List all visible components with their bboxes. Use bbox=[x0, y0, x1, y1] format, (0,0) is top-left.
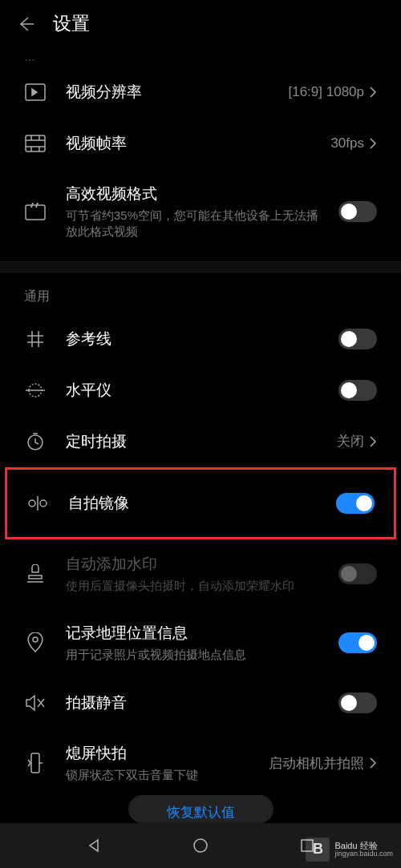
grid-icon bbox=[24, 328, 47, 350]
stamp-icon bbox=[24, 563, 47, 585]
location-label: 记录地理位置信息 bbox=[66, 623, 319, 644]
row-mute[interactable]: 拍摄静音 bbox=[0, 677, 401, 729]
row-level[interactable]: 水平仪 bbox=[0, 365, 401, 416]
row-mirror[interactable]: 自拍镜像 bbox=[7, 470, 394, 537]
svg-point-6 bbox=[33, 637, 38, 642]
chevron-right-icon bbox=[369, 757, 377, 769]
svg-point-5 bbox=[40, 500, 47, 507]
svg-rect-2 bbox=[26, 205, 45, 220]
mirror-toggle[interactable] bbox=[336, 493, 375, 514]
restore-area: 恢复默认值 bbox=[0, 795, 401, 823]
row-framerate[interactable]: 视频帧率 30fps bbox=[0, 118, 401, 169]
nav-home-button[interactable] bbox=[192, 837, 209, 854]
watermark-label: 自动添加水印 bbox=[66, 554, 319, 575]
svg-point-8 bbox=[194, 839, 207, 852]
location-sub: 用于记录照片或视频拍摄地点信息 bbox=[66, 647, 319, 663]
restore-defaults-button[interactable]: 恢复默认值 bbox=[128, 795, 273, 823]
mirror-label: 自拍镜像 bbox=[68, 493, 317, 514]
row-hevc[interactable]: 高效视频格式 可节省约35%空间，您可能在其他设备上无法播放此格式视频 bbox=[0, 169, 401, 255]
resolution-icon bbox=[24, 81, 47, 103]
row-watermark: 自动添加水印 使用后置摄像头拍摄时，自动添加荣耀水印 bbox=[0, 539, 401, 608]
location-icon bbox=[24, 632, 47, 654]
hevc-sub: 可节省约35%空间，您可能在其他设备上无法播放此格式视频 bbox=[66, 208, 319, 240]
mute-label: 拍摄静音 bbox=[66, 692, 319, 713]
section-divider bbox=[0, 261, 401, 273]
header: 设置 bbox=[0, 0, 401, 50]
grid-toggle[interactable] bbox=[338, 329, 377, 349]
watermark-sub: 使用后置摄像头拍摄时，自动添加荣耀水印 bbox=[66, 578, 319, 594]
framerate-icon bbox=[24, 132, 47, 155]
timer-value: 关闭 bbox=[337, 432, 364, 450]
svg-rect-7 bbox=[31, 753, 39, 773]
watermark-url: jingyan.baidu.com bbox=[334, 850, 393, 858]
hevc-icon bbox=[24, 200, 47, 223]
level-label: 水平仪 bbox=[66, 380, 319, 401]
level-icon bbox=[24, 379, 47, 402]
location-toggle[interactable] bbox=[338, 632, 377, 653]
row-quickshot[interactable]: 熄屏快拍 锁屏状态下双击音量下键 启动相机并拍照 bbox=[0, 729, 401, 797]
dim-section-label: … bbox=[0, 50, 401, 63]
back-icon[interactable] bbox=[16, 14, 35, 34]
timer-label: 定时拍摄 bbox=[66, 431, 318, 452]
page-title: 设置 bbox=[53, 11, 90, 36]
chevron-right-icon bbox=[369, 86, 377, 99]
svg-rect-1 bbox=[26, 135, 45, 151]
quickshot-icon bbox=[24, 752, 47, 774]
chevron-right-icon bbox=[369, 435, 377, 448]
resolution-label: 视频分辨率 bbox=[66, 82, 269, 103]
resolution-value: [16:9] 1080p bbox=[288, 84, 364, 100]
hevc-label: 高效视频格式 bbox=[66, 184, 319, 204]
hevc-toggle[interactable] bbox=[338, 201, 377, 222]
baidu-watermark: B Baidu 经验 jingyan.baidu.com bbox=[306, 838, 393, 862]
level-toggle[interactable] bbox=[338, 380, 377, 401]
chevron-right-icon bbox=[369, 137, 377, 150]
nav-back-button[interactable] bbox=[85, 837, 103, 854]
quickshot-sub: 锁屏状态下双击音量下键 bbox=[66, 767, 249, 783]
row-video-resolution[interactable]: 视频分辨率 [16:9] 1080p bbox=[0, 67, 401, 118]
framerate-value: 30fps bbox=[330, 135, 364, 151]
section-general-header: 通用 bbox=[0, 284, 401, 313]
row-timer[interactable]: 定时拍摄 关闭 bbox=[0, 416, 401, 467]
mute-icon bbox=[24, 692, 47, 714]
mute-toggle[interactable] bbox=[338, 692, 377, 713]
quickshot-value: 启动相机并拍照 bbox=[269, 754, 364, 773]
timer-icon bbox=[24, 430, 47, 453]
grid-label: 参考线 bbox=[66, 329, 319, 349]
mirror-icon bbox=[26, 492, 49, 515]
row-location[interactable]: 记录地理位置信息 用于记录照片或视频拍摄地点信息 bbox=[0, 608, 401, 677]
watermark-logo: B bbox=[306, 838, 330, 862]
framerate-label: 视频帧率 bbox=[66, 133, 311, 154]
highlight-frame: 自拍镜像 bbox=[5, 467, 396, 539]
row-grid[interactable]: 参考线 bbox=[0, 313, 401, 365]
watermark-toggle bbox=[338, 563, 377, 584]
quickshot-label: 熄屏快拍 bbox=[66, 743, 249, 764]
svg-point-4 bbox=[29, 500, 35, 507]
